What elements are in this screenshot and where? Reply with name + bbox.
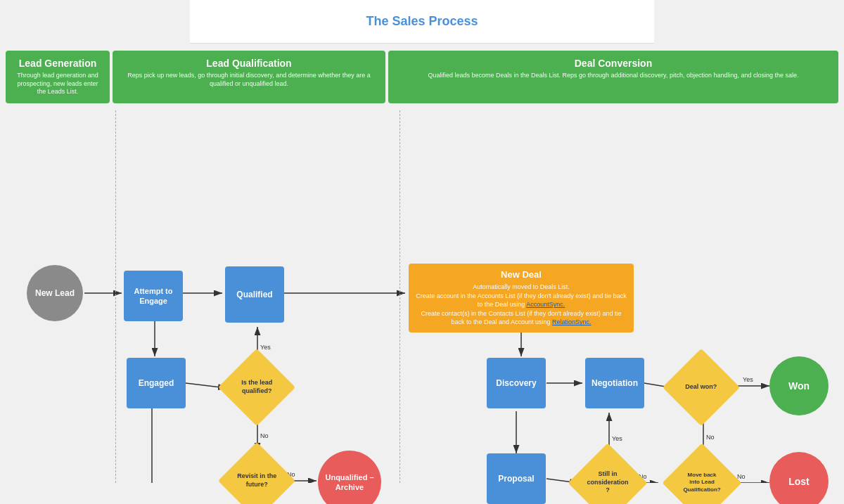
page-wrapper: The Sales Process Lead Generation Throug… [0,0,844,504]
move-back-label: Move backinto LeadQualification? [683,472,720,493]
move-back-diamond-node: Move backinto LeadQualification? [662,443,741,504]
qualified-label: Qualified [236,290,272,299]
svg-text:Yes: Yes [260,344,271,351]
new-deal-box: New Deal Automatically moved to Deals Li… [409,264,634,332]
phase-lead-gen: Lead Generation Through lead generation … [6,51,110,103]
phase-headers: Lead Generation Through lead generation … [6,51,838,103]
deal-won-label: Deal won? [685,383,717,392]
svg-text:No: No [260,432,269,439]
discovery-label: Discovery [496,378,536,388]
title-area: The Sales Process [190,0,654,44]
new-deal-title: New Deal [414,269,628,280]
qualified-node: Qualified [225,266,284,323]
unqualified-archive-label: Unqualified –Archive [325,472,373,493]
negotiation-label: Negotiation [592,378,638,388]
attempt-engage-node: Attempt toEngage [124,271,183,321]
phase-deal-conv: Deal Conversion Qualified leads become D… [388,51,838,103]
phase-lead-qual-desc: Reps pick up new leads, go through initi… [121,72,377,88]
phase-lead-gen-title: Lead Generation [14,58,101,69]
svg-text:Yes: Yes [612,435,622,442]
won-node: Won [769,356,829,415]
phase-deal-conv-desc: Qualified leads become Deals in the Deal… [397,72,830,80]
svg-text:No: No [706,434,715,441]
engaged-label: Engaged [139,378,174,388]
phase-lead-qual-title: Lead Qualification [121,58,377,69]
lost-node: Lost [769,452,829,504]
phase-lead-qual: Lead Qualification Reps pick up new lead… [113,51,385,103]
consideration-diamond-node: Still inconsideration? [568,443,647,504]
negotiation-node: Negotiation [585,358,644,408]
attempt-engage-label: Attempt toEngage [134,286,173,306]
discovery-node: Discovery [487,358,546,408]
phase-sep-1 [115,110,116,483]
proposal-node: Proposal [487,453,546,504]
phase-lead-gen-desc: Through lead generation and prospecting,… [14,72,101,96]
phase-sep-2 [399,110,400,483]
deal-won-diamond-node: Deal won? [663,349,740,426]
won-label: Won [788,380,810,392]
qualified-diamond-node: Is the leadqualified? [218,349,295,426]
new-lead-node: New Lead [27,265,83,321]
new-lead-label: New Lead [35,288,75,298]
new-deal-desc: Automatically moved to Deals List. Creat… [414,283,628,327]
unqualified-archive-node: Unqualified –Archive [318,451,381,504]
flow-area: Yes No Yes No No Yes [6,110,838,483]
engaged-node: Engaged [127,358,186,408]
page-title: The Sales Process [204,14,640,29]
revisit-label: Revisit in thefuture? [237,472,276,489]
svg-text:Yes: Yes [743,376,753,383]
lost-label: Lost [788,476,810,487]
qualified-diamond-label: Is the leadqualified? [241,379,272,395]
consideration-label: Still inconsideration? [587,471,628,496]
revisit-diamond-node: Revisit in thefuture? [218,442,295,504]
proposal-label: Proposal [498,474,534,484]
phase-deal-conv-title: Deal Conversion [397,58,830,69]
